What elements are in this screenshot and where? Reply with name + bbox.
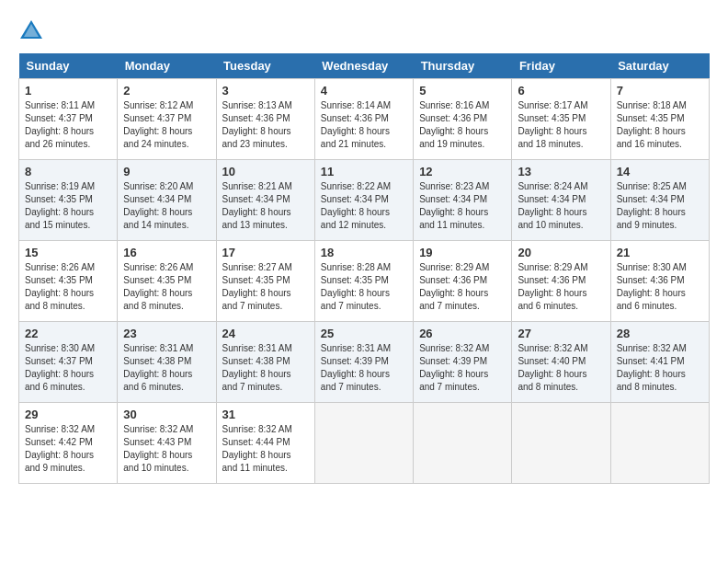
day-info: Sunrise: 8:11 AMSunset: 4:37 PMDaylight:… (25, 99, 111, 151)
day-info: Sunrise: 8:32 AMSunset: 4:44 PMDaylight:… (222, 423, 309, 475)
day-number: 13 (518, 165, 604, 178)
calendar-cell: 20Sunrise: 8:29 AMSunset: 4:36 PMDayligh… (512, 241, 610, 322)
day-number: 16 (123, 246, 210, 259)
calendar-cell: 23Sunrise: 8:31 AMSunset: 4:38 PMDayligh… (118, 322, 216, 403)
day-info: Sunrise: 8:13 AMSunset: 4:36 PMDaylight:… (222, 99, 309, 151)
day-info: Sunrise: 8:32 AMSunset: 4:40 PMDaylight:… (518, 342, 604, 394)
calendar-cell (414, 403, 512, 484)
day-number: 25 (321, 327, 407, 340)
day-number: 2 (123, 84, 210, 98)
calendar-cell: 6Sunrise: 8:17 AMSunset: 4:35 PMDaylight… (512, 79, 610, 160)
calendar-cell: 19Sunrise: 8:29 AMSunset: 4:36 PMDayligh… (414, 241, 512, 322)
calendar-cell: 15Sunrise: 8:26 AMSunset: 4:35 PMDayligh… (19, 241, 118, 322)
calendar-cell: 18Sunrise: 8:28 AMSunset: 4:35 PMDayligh… (314, 241, 413, 322)
calendar-cell: 22Sunrise: 8:30 AMSunset: 4:37 PMDayligh… (19, 322, 118, 403)
calendar-cell: 29Sunrise: 8:32 AMSunset: 4:42 PMDayligh… (19, 403, 118, 484)
logo-icon (18, 18, 44, 44)
calendar-cell: 10Sunrise: 8:21 AMSunset: 4:34 PMDayligh… (216, 160, 314, 241)
calendar-cell: 30Sunrise: 8:32 AMSunset: 4:43 PMDayligh… (118, 403, 216, 484)
calendar-cell: 2Sunrise: 8:12 AMSunset: 4:37 PMDaylight… (118, 79, 216, 160)
day-number: 9 (123, 165, 210, 178)
calendar-cell: 16Sunrise: 8:26 AMSunset: 4:35 PMDayligh… (118, 241, 216, 322)
week-row-2: 8Sunrise: 8:19 AMSunset: 4:35 PMDaylight… (19, 160, 710, 241)
calendar-cell: 1Sunrise: 8:11 AMSunset: 4:37 PMDaylight… (19, 79, 118, 160)
day-info: Sunrise: 8:32 AMSunset: 4:39 PMDaylight:… (419, 342, 506, 394)
col-header-monday: Monday (118, 53, 216, 79)
calendar-cell: 21Sunrise: 8:30 AMSunset: 4:36 PMDayligh… (610, 241, 709, 322)
day-number: 5 (419, 84, 506, 98)
week-row-1: 1Sunrise: 8:11 AMSunset: 4:37 PMDaylight… (19, 79, 710, 160)
day-number: 24 (222, 327, 309, 340)
day-info: Sunrise: 8:25 AMSunset: 4:34 PMDaylight:… (617, 180, 703, 232)
day-number: 1 (25, 84, 111, 98)
col-header-friday: Friday (512, 53, 610, 79)
day-info: Sunrise: 8:23 AMSunset: 4:34 PMDaylight:… (419, 180, 506, 232)
day-info: Sunrise: 8:29 AMSunset: 4:36 PMDaylight:… (518, 261, 604, 313)
day-info: Sunrise: 8:16 AMSunset: 4:36 PMDaylight:… (419, 99, 506, 151)
week-row-4: 22Sunrise: 8:30 AMSunset: 4:37 PMDayligh… (19, 322, 710, 403)
day-number: 12 (419, 165, 506, 178)
day-info: Sunrise: 8:32 AMSunset: 4:41 PMDaylight:… (617, 342, 703, 394)
day-info: Sunrise: 8:12 AMSunset: 4:37 PMDaylight:… (123, 99, 210, 151)
calendar-cell: 26Sunrise: 8:32 AMSunset: 4:39 PMDayligh… (414, 322, 512, 403)
day-number: 28 (617, 327, 703, 340)
day-info: Sunrise: 8:28 AMSunset: 4:35 PMDaylight:… (321, 261, 407, 313)
calendar-cell: 13Sunrise: 8:24 AMSunset: 4:34 PMDayligh… (512, 160, 610, 241)
calendar-cell (314, 403, 413, 484)
day-info: Sunrise: 8:22 AMSunset: 4:34 PMDaylight:… (321, 180, 407, 232)
day-number: 18 (321, 246, 407, 259)
col-header-sunday: Sunday (19, 53, 118, 79)
day-number: 11 (321, 165, 407, 178)
day-number: 27 (518, 327, 604, 340)
calendar-cell: 17Sunrise: 8:27 AMSunset: 4:35 PMDayligh… (216, 241, 314, 322)
day-number: 19 (419, 246, 506, 259)
col-header-tuesday: Tuesday (216, 53, 314, 79)
day-number: 17 (222, 246, 309, 259)
week-row-3: 15Sunrise: 8:26 AMSunset: 4:35 PMDayligh… (19, 241, 710, 322)
calendar-cell (512, 403, 610, 484)
day-number: 26 (419, 327, 506, 340)
day-info: Sunrise: 8:29 AMSunset: 4:36 PMDaylight:… (419, 261, 506, 313)
day-number: 31 (222, 408, 309, 421)
day-info: Sunrise: 8:26 AMSunset: 4:35 PMDaylight:… (123, 261, 210, 313)
day-info: Sunrise: 8:20 AMSunset: 4:34 PMDaylight:… (123, 180, 210, 232)
header-row: SundayMondayTuesdayWednesdayThursdayFrid… (19, 53, 710, 79)
col-header-thursday: Thursday (414, 53, 512, 79)
day-number: 21 (617, 246, 703, 259)
calendar-cell: 31Sunrise: 8:32 AMSunset: 4:44 PMDayligh… (216, 403, 314, 484)
day-info: Sunrise: 8:24 AMSunset: 4:34 PMDaylight:… (518, 180, 604, 232)
calendar-cell: 11Sunrise: 8:22 AMSunset: 4:34 PMDayligh… (314, 160, 413, 241)
week-row-5: 29Sunrise: 8:32 AMSunset: 4:42 PMDayligh… (19, 403, 710, 484)
day-number: 15 (25, 246, 111, 259)
day-number: 4 (321, 84, 407, 98)
day-info: Sunrise: 8:27 AMSunset: 4:35 PMDaylight:… (222, 261, 309, 313)
day-info: Sunrise: 8:19 AMSunset: 4:35 PMDaylight:… (25, 180, 111, 232)
day-info: Sunrise: 8:21 AMSunset: 4:34 PMDaylight:… (222, 180, 309, 232)
day-info: Sunrise: 8:30 AMSunset: 4:36 PMDaylight:… (617, 261, 703, 313)
calendar-table: SundayMondayTuesdayWednesdayThursdayFrid… (18, 53, 710, 484)
calendar-cell (610, 403, 709, 484)
page-header (18, 18, 710, 44)
day-info: Sunrise: 8:17 AMSunset: 4:35 PMDaylight:… (518, 99, 604, 151)
day-number: 30 (123, 408, 210, 421)
calendar-cell: 27Sunrise: 8:32 AMSunset: 4:40 PMDayligh… (512, 322, 610, 403)
calendar-cell: 12Sunrise: 8:23 AMSunset: 4:34 PMDayligh… (414, 160, 512, 241)
calendar-cell: 14Sunrise: 8:25 AMSunset: 4:34 PMDayligh… (610, 160, 709, 241)
day-info: Sunrise: 8:30 AMSunset: 4:37 PMDaylight:… (25, 342, 111, 394)
day-info: Sunrise: 8:31 AMSunset: 4:38 PMDaylight:… (222, 342, 309, 394)
calendar-cell: 7Sunrise: 8:18 AMSunset: 4:35 PMDaylight… (610, 79, 709, 160)
calendar-cell: 28Sunrise: 8:32 AMSunset: 4:41 PMDayligh… (610, 322, 709, 403)
day-number: 7 (617, 84, 703, 98)
calendar-cell: 24Sunrise: 8:31 AMSunset: 4:38 PMDayligh… (216, 322, 314, 403)
day-number: 20 (518, 246, 604, 259)
col-header-saturday: Saturday (610, 53, 709, 79)
day-info: Sunrise: 8:18 AMSunset: 4:35 PMDaylight:… (617, 99, 703, 151)
calendar-cell: 4Sunrise: 8:14 AMSunset: 4:36 PMDaylight… (314, 79, 413, 160)
col-header-wednesday: Wednesday (314, 53, 413, 79)
calendar-cell: 25Sunrise: 8:31 AMSunset: 4:39 PMDayligh… (314, 322, 413, 403)
day-number: 3 (222, 84, 309, 98)
day-number: 22 (25, 327, 111, 340)
logo (18, 18, 48, 44)
day-info: Sunrise: 8:32 AMSunset: 4:43 PMDaylight:… (123, 423, 210, 475)
day-info: Sunrise: 8:32 AMSunset: 4:42 PMDaylight:… (25, 423, 111, 475)
